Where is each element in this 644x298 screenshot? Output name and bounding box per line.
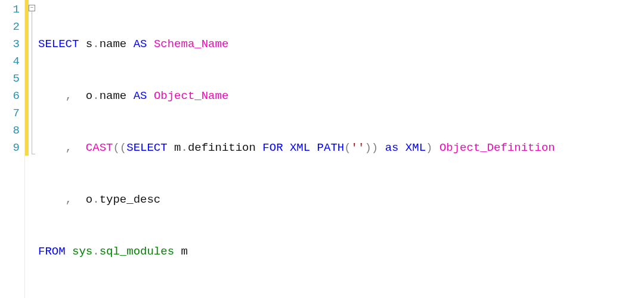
fold-gutter: − [29, 0, 37, 298]
code-line: SELECT s.name AS Schema_Name [37, 36, 644, 53]
line-number[interactable]: 2 [7, 18, 20, 36]
code-line: INNER JOIN sys.objects o [37, 295, 644, 298]
code-line: , o.type_desc [37, 191, 644, 209]
line-number[interactable]: 4 [7, 53, 20, 70]
code-editor[interactable]: SELECT s.name AS Schema_Name , o.name AS… [37, 0, 644, 298]
fold-guide-line [32, 11, 32, 154]
line-number[interactable]: 3 [7, 36, 20, 53]
line-number[interactable]: 6 [7, 88, 20, 105]
fold-guide-end [32, 154, 35, 154]
line-number[interactable]: 5 [7, 70, 20, 88]
code-line: , CAST((SELECT m.definition FOR XML PATH… [37, 139, 644, 157]
line-number[interactable]: 1 [7, 1, 20, 18]
code-line: , o.name AS Object_Name [37, 88, 644, 105]
line-number-gutter: 1 2 3 4 5 6 7 8 9 [0, 0, 25, 298]
line-number[interactable]: 9 [7, 139, 20, 157]
line-number[interactable]: 8 [7, 122, 20, 139]
code-line: FROM sys.sql_modules m [37, 243, 644, 260]
line-number[interactable]: 7 [7, 105, 20, 122]
fold-toggle-icon[interactable]: − [29, 5, 35, 11]
